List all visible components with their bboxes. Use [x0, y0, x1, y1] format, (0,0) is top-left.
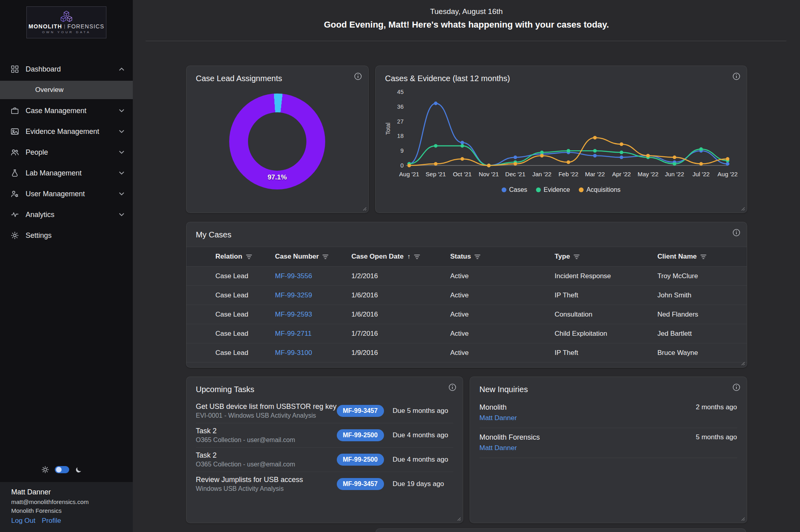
chevron-down-icon	[119, 151, 124, 154]
cell-status: Active	[450, 291, 555, 299]
info-icon[interactable]	[448, 383, 456, 391]
inquiry-time: 5 months ago	[696, 433, 737, 441]
info-icon[interactable]	[732, 229, 740, 237]
gear-icon	[10, 231, 19, 240]
inquiry-row: Monolith Forensics Matt Danner 5 months …	[480, 428, 737, 458]
sidebar-item-people[interactable]: People	[0, 143, 133, 161]
inquiry-contact-link[interactable]: Matt Danner	[480, 414, 517, 422]
sidebar: MONOLITHFORENSICS OWN YOUR DATA Dashboar…	[0, 0, 133, 532]
page-header: Tuesday, August 16th Good Evening, Matt!…	[133, 0, 800, 41]
current-date: Tuesday, August 16th	[133, 7, 800, 16]
cell-type: Consultation	[555, 311, 658, 319]
card-title: Case Lead Assignments	[186, 66, 368, 83]
inquiry-name: Monolith	[480, 403, 517, 412]
resize-grip-icon[interactable]	[740, 516, 745, 521]
legend-dot-icon	[502, 187, 506, 192]
case-badge[interactable]: MF-99-2500	[337, 429, 384, 441]
svg-text:Sep '21: Sep '21	[426, 171, 446, 177]
cell-relation: Case Lead	[216, 349, 275, 357]
case-number-link[interactable]: MF-99-2593	[275, 311, 352, 319]
resize-grip-icon[interactable]	[740, 360, 745, 366]
svg-text:Mar '22: Mar '22	[585, 171, 605, 177]
case-badge[interactable]: MF-99-3457	[337, 405, 384, 417]
svg-text:9: 9	[400, 147, 403, 154]
task-title: Review Jumplists for USB access	[196, 476, 337, 484]
info-icon[interactable]	[732, 72, 740, 80]
user-name: Matt Danner	[11, 488, 122, 496]
logout-link[interactable]: Log Out	[11, 517, 36, 525]
legend-label: Evidence	[544, 186, 570, 193]
svg-text:45: 45	[397, 89, 403, 95]
column-header-case-open-date[interactable]: Case Open Date↑	[352, 253, 450, 261]
card-cases-evidence-trend: Cases & Evidence (last 12 months) 091827…	[375, 66, 747, 213]
column-header-type[interactable]: Type	[555, 253, 658, 261]
task-subtitle: Windows USB Activity Analysis	[196, 485, 337, 492]
task-list: Get USB device list from USBSTOR reg key…	[196, 399, 453, 496]
people-icon	[10, 148, 19, 157]
sidebar-item-dashboard[interactable]: Dashboard	[0, 60, 133, 78]
table-row[interactable]: Case Lead MF-99-3100 1/9/2016 Active IP …	[186, 343, 747, 363]
case-badge[interactable]: MF-99-3457	[337, 478, 384, 490]
sidebar-item-settings[interactable]: Settings	[0, 226, 133, 245]
table-row[interactable]: Case Lead MF-99-3556 1/2/2016 Active Inc…	[186, 267, 747, 286]
case-number-link[interactable]: MF-99-3100	[275, 349, 352, 357]
logo: MONOLITHFORENSICS OWN YOUR DATA	[26, 6, 106, 38]
resize-grip-icon[interactable]	[740, 205, 745, 211]
sun-icon	[42, 466, 49, 473]
next-card-peek	[376, 528, 746, 532]
sidebar-item-evidence-management[interactable]: Evidence Management	[0, 122, 133, 141]
legend-item-cases[interactable]: Cases	[502, 186, 527, 193]
cell-status: Active	[450, 272, 555, 280]
column-header-status[interactable]: Status	[450, 253, 555, 261]
case-number-link[interactable]: MF-99-2711	[275, 330, 352, 338]
cell-client: Jed Bartlett	[658, 330, 748, 338]
task-due: Due 5 months ago	[393, 407, 448, 415]
sidebar-item-case-management[interactable]: Case Management	[0, 102, 133, 120]
case-number-link[interactable]: MF-99-3556	[275, 272, 352, 280]
card-title: Upcoming Tasks	[186, 377, 463, 394]
task-subtitle: O365 Collection - user@email.com	[196, 461, 337, 468]
column-header-case-number[interactable]: Case Number	[275, 253, 352, 261]
sidebar-item-overview[interactable]: Overview	[0, 81, 133, 99]
sidebar-item-label: User Management	[26, 190, 85, 198]
column-header-relation[interactable]: Relation	[216, 253, 275, 261]
info-icon[interactable]	[732, 383, 740, 391]
svg-text:Jan '22: Jan '22	[532, 171, 551, 177]
column-header-client-name[interactable]: Client Name	[658, 253, 748, 261]
table-row[interactable]: Case Lead MF-99-3259 1/6/2016 Active IP …	[186, 286, 747, 305]
grid-icon	[10, 65, 19, 74]
donut-chart[interactable]: 97.1%	[229, 94, 325, 189]
sidebar-item-user-management[interactable]: User Management	[0, 185, 133, 203]
theme-toggle[interactable]	[55, 466, 69, 473]
sidebar-item-label: Case Management	[26, 107, 86, 115]
legend-item-evidence[interactable]: Evidence	[536, 186, 570, 193]
resize-grip-icon[interactable]	[361, 205, 367, 211]
inquiry-contact-link[interactable]: Matt Danner	[480, 444, 540, 452]
main-content: Tuesday, August 16th Good Evening, Matt!…	[133, 0, 800, 532]
filter-icon	[246, 254, 252, 259]
legend-item-acquisitions[interactable]: Acquisitions	[579, 186, 620, 193]
sidebar-item-analytics[interactable]: Analytics	[0, 205, 133, 224]
cell-status: Active	[450, 349, 555, 357]
line-chart: 0918273645TotalAug '21Sep '21Oct '21Nov …	[384, 86, 738, 186]
task-subtitle: O365 Collection - user@email.com	[196, 436, 337, 444]
table-row[interactable]: Case Lead MF-99-2711 1/7/2016 Active Chi…	[186, 324, 747, 343]
resize-grip-icon[interactable]	[456, 516, 461, 521]
svg-text:Total: Total	[385, 123, 391, 135]
card-title: My Cases	[186, 222, 747, 239]
svg-text:Nov '21: Nov '21	[478, 171, 498, 177]
info-icon[interactable]	[354, 72, 362, 80]
profile-link[interactable]: Profile	[42, 517, 61, 525]
svg-text:Jul '22: Jul '22	[692, 171, 710, 177]
sidebar-item-lab-management[interactable]: Lab Management	[0, 164, 133, 182]
case-badge[interactable]: MF-99-2500	[337, 454, 384, 466]
filter-icon	[322, 254, 328, 259]
cell-status: Active	[450, 330, 555, 338]
card-title: Cases & Evidence (last 12 months)	[376, 66, 747, 83]
chevron-down-icon	[119, 171, 124, 175]
table-row[interactable]: Case Lead MF-99-2593 1/6/2016 Active Con…	[186, 305, 747, 324]
evidence-photo-icon	[10, 127, 19, 136]
cell-type: IP Theft	[555, 291, 658, 299]
svg-text:May '22: May '22	[637, 171, 658, 177]
case-number-link[interactable]: MF-99-3259	[275, 291, 352, 299]
